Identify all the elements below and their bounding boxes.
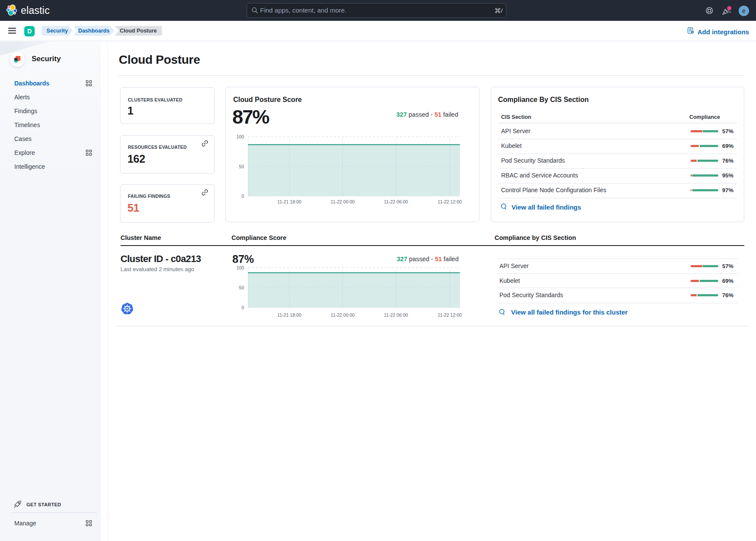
svg-text:100: 100 (236, 265, 244, 270)
svg-text:11-21 18:00: 11-21 18:00 (277, 199, 301, 204)
svg-text:11-22 12:00: 11-22 12:00 (438, 199, 462, 204)
svg-text:50: 50 (239, 285, 244, 290)
svg-text:11-22 12:00: 11-22 12:00 (438, 312, 462, 318)
svg-text:100: 100 (236, 134, 244, 139)
svg-text:0: 0 (241, 305, 244, 310)
svg-text:11-21 18:00: 11-21 18:00 (277, 312, 301, 318)
svg-text:11-22 00:00: 11-22 00:00 (331, 199, 355, 204)
svg-text:11-22 06:00: 11-22 06:00 (384, 312, 408, 318)
svg-text:0: 0 (241, 193, 244, 199)
svg-text:11-22 06:00: 11-22 06:00 (384, 199, 408, 204)
svg-text:11-22 00:00: 11-22 00:00 (331, 312, 355, 318)
svg-text:50: 50 (239, 164, 244, 169)
